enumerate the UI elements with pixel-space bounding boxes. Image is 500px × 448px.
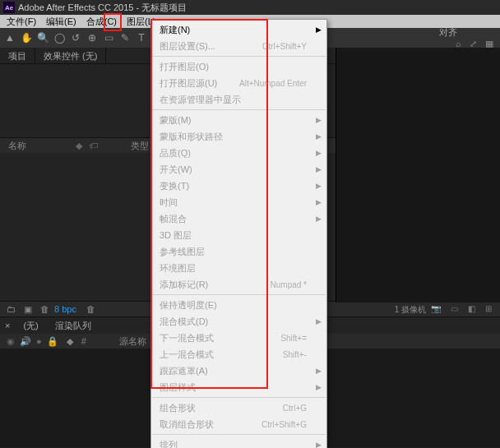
menu-item-layer-style[interactable]: 图层样式▶ bbox=[151, 379, 326, 395]
menu-item-time[interactable]: 时间▶ bbox=[151, 194, 326, 210]
hand-tool-icon[interactable]: ✋ bbox=[21, 32, 32, 44]
lock-icon[interactable]: 🔒 bbox=[47, 336, 58, 347]
submenu-arrow-icon: ▶ bbox=[316, 132, 322, 141]
menu-item-open-layer[interactable]: 打开图层(O) bbox=[151, 58, 326, 75]
rotate-tool-icon[interactable]: ↺ bbox=[70, 32, 81, 44]
view-icon[interactable]: ▭ bbox=[451, 304, 458, 313]
menu-item-frame-blend[interactable]: 帧混合▶ bbox=[151, 210, 326, 227]
tab-none[interactable]: (无) bbox=[15, 317, 46, 335]
tag-icon[interactable]: ◆ bbox=[76, 141, 82, 151]
new-comp-icon[interactable]: ▣ bbox=[24, 304, 32, 315]
zoom-tool-icon[interactable]: 🔍 bbox=[37, 32, 49, 44]
solo-icon[interactable]: ● bbox=[36, 336, 42, 347]
pen-tool-icon[interactable]: ✎ bbox=[119, 32, 131, 44]
tab-render-queue[interactable]: 渲染队列 bbox=[47, 317, 100, 335]
menu-item-env-layer[interactable]: 环境图层 bbox=[151, 260, 326, 276]
menu-item-add-marker[interactable]: 添加标记(R)Numpad * bbox=[151, 276, 326, 293]
menu-item-new[interactable]: 新建(N)▶ bbox=[151, 21, 326, 38]
annotation-box-small bbox=[104, 13, 122, 31]
menu-item-arrange[interactable]: 排列▶ bbox=[151, 436, 326, 448]
app-logo: Ae bbox=[3, 2, 15, 13]
menu-item-preserve-trans[interactable]: 保持透明度(E) bbox=[151, 297, 326, 313]
guides-icon[interactable]: ⊞ bbox=[485, 304, 492, 313]
layer-context-menu: 新建(N)▶ 图层设置(S)...Ctrl+Shift+Y 打开图层(O) 打开… bbox=[150, 19, 327, 448]
menu-file[interactable]: 文件(F) bbox=[2, 16, 41, 28]
menu-item-track-matte[interactable]: 跟踪遮罩(A)▶ bbox=[151, 363, 326, 379]
menu-separator bbox=[152, 56, 326, 57]
menu-item-quality[interactable]: 品质(Q)▶ bbox=[151, 145, 326, 161]
selection-tool-icon[interactable]: ▲ bbox=[4, 32, 16, 44]
submenu-arrow-icon: ▶ bbox=[316, 182, 322, 190]
submenu-arrow-icon: ▶ bbox=[316, 215, 322, 223]
anchor-tool-icon[interactable]: ⊕ bbox=[86, 32, 98, 44]
menu-item-guide-layer[interactable]: 参考线图层 bbox=[151, 243, 326, 260]
menu-separator bbox=[152, 109, 326, 110]
col-source-name[interactable]: 源名称 bbox=[119, 335, 146, 348]
index-icon[interactable]: # bbox=[81, 336, 86, 346]
visibility-icon[interactable]: ◉ bbox=[7, 336, 15, 347]
label-color-icon[interactable]: ◆ bbox=[67, 336, 73, 347]
menu-item-layer-settings[interactable]: 图层设置(S)...Ctrl+Shift+Y bbox=[151, 38, 326, 54]
orbit-tool-icon[interactable]: ◯ bbox=[53, 32, 65, 44]
tab-project[interactable]: 项目 bbox=[0, 48, 35, 63]
menu-item-ungroup-shape[interactable]: 取消组合形状Ctrl+Shift+G bbox=[151, 416, 326, 432]
submenu-arrow-icon: ▶ bbox=[316, 317, 322, 326]
menu-item-reveal[interactable]: 在资源管理器中显示 bbox=[151, 91, 326, 108]
submenu-arrow-icon: ▶ bbox=[316, 383, 322, 391]
tab-effect-controls[interactable]: 效果控件 (无) bbox=[35, 48, 106, 63]
label-icon[interactable]: 🏷 bbox=[89, 141, 98, 151]
menu-separator bbox=[152, 294, 326, 295]
titlebar: Ae Adobe After Effects CC 2015 - 无标题项目 bbox=[0, 0, 500, 15]
toolbar-right: 对齐 ⌕ ⤢ ▦ bbox=[439, 26, 500, 49]
menu-item-transform[interactable]: 变换(T)▶ bbox=[151, 178, 326, 194]
submenu-arrow-icon: ▶ bbox=[316, 441, 322, 448]
align-label[interactable]: 对齐 bbox=[439, 27, 457, 37]
col-type[interactable]: 类型 bbox=[131, 140, 149, 152]
submenu-arrow-icon: ▶ bbox=[316, 116, 322, 124]
close-icon[interactable]: × bbox=[0, 321, 15, 330]
submenu-arrow-icon: ▶ bbox=[316, 165, 322, 173]
menu-item-prev-blend[interactable]: 上一混合模式Shift+- bbox=[151, 346, 326, 363]
menu-edit[interactable]: 编辑(E) bbox=[41, 16, 81, 28]
menu-separator bbox=[152, 397, 326, 398]
submenu-arrow-icon: ▶ bbox=[316, 25, 322, 34]
app-title: Adobe After Effects CC 2015 - 无标题项目 bbox=[18, 2, 187, 14]
trash-icon[interactable]: 🗑 bbox=[40, 304, 49, 315]
col-name[interactable]: 名称 bbox=[8, 140, 26, 152]
camera-icon[interactable]: 📷 bbox=[431, 304, 441, 313]
submenu-arrow-icon: ▶ bbox=[316, 367, 322, 375]
folder-icon[interactable]: 🗀 bbox=[7, 304, 16, 315]
menu-item-blend-mode[interactable]: 混合模式(D)▶ bbox=[151, 313, 326, 330]
menu-item-open-layer-source[interactable]: 打开图层源(U)Alt+Numpad Enter bbox=[151, 75, 326, 91]
preview-panel bbox=[336, 48, 500, 303]
submenu-arrow-icon: ▶ bbox=[316, 149, 322, 157]
menu-item-group-shape[interactable]: 组合形状Ctrl+G bbox=[151, 400, 326, 416]
active-camera[interactable]: 1 摄像机 bbox=[395, 304, 426, 316]
mask-toggle-icon[interactable]: ◧ bbox=[468, 304, 475, 313]
menu-item-mask-shape[interactable]: 蒙版和形状路径▶ bbox=[151, 128, 326, 145]
bpc-label[interactable]: 8 bpc bbox=[54, 304, 76, 314]
audio-icon[interactable]: 🔊 bbox=[20, 336, 31, 347]
comp-trash-icon[interactable]: 🗑 bbox=[86, 304, 95, 314]
text-tool-icon[interactable]: T bbox=[136, 32, 147, 44]
rect-tool-icon[interactable]: ▭ bbox=[103, 32, 114, 44]
submenu-arrow-icon: ▶ bbox=[316, 198, 322, 206]
preview-icons: 📷 ▭ ◧ ⊞ bbox=[431, 304, 492, 313]
menu-item-mask[interactable]: 蒙版(M)▶ bbox=[151, 112, 326, 128]
menu-item-switches[interactable]: 开关(W)▶ bbox=[151, 161, 326, 178]
menu-separator bbox=[152, 434, 326, 435]
menu-item-next-blend[interactable]: 下一混合模式Shift+= bbox=[151, 330, 326, 346]
menu-item-3d-layer[interactable]: 3D 图层 bbox=[151, 227, 326, 243]
